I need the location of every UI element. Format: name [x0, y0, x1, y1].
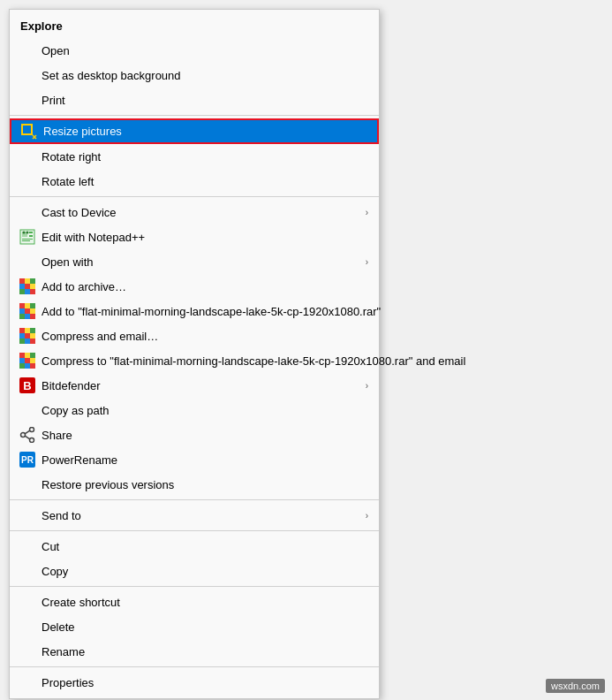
menu-item-resize-pictures[interactable]: Resize pictures [10, 118, 379, 144]
menu-item-cut[interactable]: Cut [10, 534, 379, 559]
svg-rect-18 [19, 303, 25, 308]
svg-line-51 [25, 436, 30, 439]
svg-rect-6 [22, 240, 30, 241]
svg-text:PR: PR [21, 455, 34, 465]
svg-rect-5 [22, 239, 33, 240]
svg-rect-3 [29, 232, 33, 233]
menu-item-rename[interactable]: Rename [10, 639, 379, 664]
divider-4 [10, 530, 379, 531]
menu-item-rotate-right[interactable]: Rotate right [10, 144, 379, 169]
winrar-icon-1 [19, 278, 36, 295]
svg-rect-42 [19, 363, 25, 369]
menu-item-cast-to-device[interactable]: Cast to Device › [10, 200, 379, 224]
menu-item-powerrename[interactable]: PR PowerRename [10, 447, 379, 472]
menu-item-compress-email[interactable]: Compress and email… [10, 323, 379, 348]
svg-rect-27 [19, 328, 25, 333]
svg-rect-13 [25, 284, 30, 289]
menu-item-restore-versions[interactable]: Restore previous versions [10, 472, 379, 497]
menu-item-bitdefender[interactable]: B Bitdefender › [10, 373, 379, 398]
svg-rect-23 [30, 308, 35, 314]
svg-rect-14 [30, 284, 35, 289]
svg-rect-0 [22, 125, 32, 134]
menu-item-copy-as-path[interactable]: Copy as path [10, 398, 379, 422]
notepadpp-icon [19, 228, 36, 246]
divider-1 [10, 115, 379, 116]
menu-item-share[interactable]: Share [10, 422, 379, 447]
menu-item-print[interactable]: Print [10, 88, 379, 112]
svg-rect-35 [30, 339, 35, 344]
svg-rect-37 [25, 353, 30, 358]
svg-rect-20 [30, 303, 35, 308]
menu-item-explore: Explore [10, 13, 379, 38]
divider-3 [10, 499, 379, 500]
svg-rect-11 [30, 278, 35, 284]
context-menu: Explore Open Set as desktop background P… [9, 9, 380, 699]
divider-5 [10, 586, 379, 587]
share-icon [19, 426, 36, 444]
svg-rect-39 [19, 358, 25, 363]
menu-item-send-to[interactable]: Send to › [10, 503, 379, 528]
menu-item-properties[interactable]: Properties [10, 670, 379, 695]
bitdefender-icon: B [19, 377, 36, 394]
svg-point-47 [30, 428, 34, 432]
divider-6 [10, 666, 379, 667]
svg-rect-19 [25, 303, 30, 308]
svg-rect-17 [30, 289, 35, 294]
svg-rect-25 [25, 314, 30, 319]
resize-icon [20, 123, 38, 141]
arrow-icon-4: › [366, 511, 368, 521]
svg-point-49 [21, 433, 26, 438]
arrow-icon-2: › [366, 257, 368, 267]
svg-rect-15 [19, 289, 25, 294]
svg-rect-22 [25, 308, 30, 314]
svg-rect-44 [30, 363, 35, 369]
powerrename-icon: PR [19, 451, 36, 468]
watermark: wsxdn.com [546, 679, 605, 693]
menu-item-compress-to-rar-email[interactable]: Compress to "flat-minimal-morning-landsc… [10, 348, 379, 373]
menu-item-edit-notepadpp[interactable]: Edit with Notepad++ [10, 224, 379, 249]
svg-rect-41 [30, 358, 35, 363]
svg-rect-36 [19, 353, 25, 358]
svg-rect-32 [30, 333, 35, 339]
menu-item-copy[interactable]: Copy [10, 559, 379, 583]
menu-item-add-to-rar[interactable]: Add to "flat-minimal-morning-landscape-l… [10, 299, 379, 323]
svg-rect-12 [19, 284, 25, 289]
menu-item-delete[interactable]: Delete [10, 614, 379, 639]
svg-point-7 [23, 232, 26, 234]
winrar-icon-2 [19, 302, 36, 320]
svg-rect-21 [19, 308, 25, 314]
winrar-icon-4 [19, 352, 36, 369]
svg-rect-10 [25, 278, 30, 284]
svg-text:B: B [23, 379, 31, 392]
arrow-icon-3: › [366, 381, 368, 391]
svg-rect-4 [29, 235, 33, 237]
svg-rect-38 [30, 353, 35, 358]
menu-item-rotate-left[interactable]: Rotate left [10, 169, 379, 194]
svg-line-50 [25, 430, 30, 434]
svg-rect-33 [19, 339, 25, 344]
svg-rect-28 [25, 328, 30, 333]
menu-item-open[interactable]: Open [10, 38, 379, 63]
svg-rect-16 [25, 289, 30, 294]
svg-rect-34 [25, 339, 30, 344]
menu-item-set-desktop[interactable]: Set as desktop background [10, 63, 379, 88]
svg-rect-26 [30, 314, 35, 319]
svg-rect-30 [19, 333, 25, 339]
winrar-icon-3 [19, 327, 36, 345]
svg-point-8 [26, 232, 29, 234]
divider-2 [10, 196, 379, 197]
svg-rect-9 [19, 278, 25, 284]
svg-rect-43 [25, 363, 30, 369]
svg-rect-24 [19, 314, 25, 319]
arrow-icon: › [366, 208, 368, 217]
svg-rect-31 [25, 333, 30, 339]
svg-point-48 [30, 438, 34, 443]
menu-item-open-with[interactable]: Open with › [10, 249, 379, 274]
svg-rect-29 [30, 328, 35, 333]
menu-item-create-shortcut[interactable]: Create shortcut [10, 590, 379, 614]
menu-item-add-to-archive[interactable]: Add to archive… [10, 274, 379, 299]
svg-rect-40 [25, 358, 30, 363]
